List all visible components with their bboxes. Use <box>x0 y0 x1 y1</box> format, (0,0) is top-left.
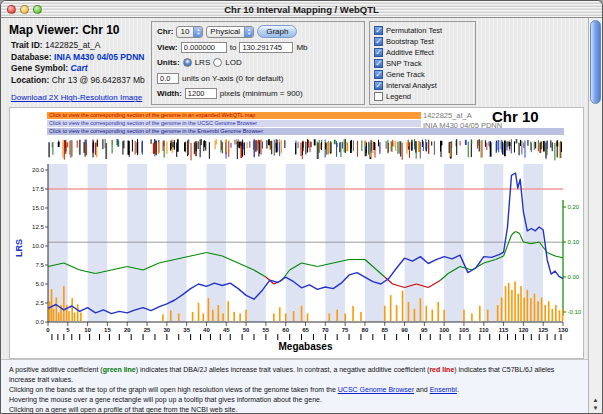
footer-line: Hovering the mouse over a gene rectangle… <box>9 395 580 405</box>
view-to-input[interactable] <box>239 42 293 53</box>
genome-browser-strips: Click to view the corresponding section … <box>47 112 564 136</box>
main-area: Map Viewer: Chr 10 Trait ID: 1422825_at_… <box>1 18 588 413</box>
option-additive-effect[interactable]: ✓Additive Effect <box>374 47 471 58</box>
x-axis-tick-label: 60 <box>282 327 289 333</box>
width-input[interactable] <box>185 88 217 99</box>
chevron-updown-icon: ▴▾ <box>193 27 202 37</box>
x-axis-tick-label: 0 <box>46 327 50 333</box>
option-label: Bootstrap Test <box>386 37 434 46</box>
zoom-button[interactable] <box>33 5 42 14</box>
yaxis-units-input[interactable] <box>157 73 179 84</box>
window-title: Chr 10 Interval Mapping / WebQTL <box>1 4 602 15</box>
x-axis-tick-label: 45 <box>223 327 230 333</box>
trait-info-panel: Trait ID: 1422825_at_A Database: INIA M4… <box>11 40 151 104</box>
x-axis-tick-label: 10 <box>84 327 91 333</box>
marker-ticks <box>52 334 561 340</box>
x-axis-tick-label: 100 <box>439 327 450 333</box>
option-permutation-test[interactable]: ✓Permutation Test <box>374 25 471 36</box>
chevron-updown-icon: ▴▾ <box>244 27 253 37</box>
close-button[interactable] <box>7 5 16 14</box>
options-panel: ✓Permutation Test✓Bootstrap Test✓Additiv… <box>369 21 476 105</box>
strip-expanded-webqtl-map[interactable]: Click to view the corresponding section … <box>47 112 421 119</box>
units-label: Units: <box>157 58 180 67</box>
y-axis-tick-label: 10.0 <box>32 242 45 249</box>
mb-suffix: Mb <box>296 43 307 52</box>
minimize-button[interactable] <box>20 5 29 14</box>
additive-axis-tick-label: 0.00 <box>568 274 580 280</box>
option-snp-track[interactable]: ✓SNP Track <box>374 58 471 69</box>
x-axis-tick-label: 35 <box>183 327 190 333</box>
checked-checkbox-icon[interactable]: ✓ <box>374 48 383 57</box>
location-label: Location: <box>11 75 49 85</box>
view-label: View: <box>157 43 178 52</box>
x-axis-tick-label: 110 <box>479 327 489 333</box>
y-axis-tick-label: 7.5 <box>35 261 44 268</box>
download-image-link[interactable]: Download 2X High-Resolution Image <box>11 92 151 104</box>
chr-label: Chr: <box>157 27 173 36</box>
strip-ucsc-genome-browser[interactable]: Click to view the corresponding section … <box>47 120 421 127</box>
y-axis-tick-label: 5.0 <box>35 280 44 287</box>
x-axis-tick-label: 30 <box>164 327 171 333</box>
additive-axis-tick-label: 0.20 <box>568 204 580 210</box>
x-axis-tick-label: 85 <box>381 327 388 333</box>
additive-axis-tick-label: -0.10 <box>568 309 582 315</box>
gene-symbol-label: Gene Symbol: <box>11 63 68 73</box>
footer-text-part: Clicking on a gene will open a profile o… <box>9 406 237 413</box>
checked-checkbox-icon[interactable]: ✓ <box>374 70 383 79</box>
lrs-axis-label: LRS <box>14 239 24 257</box>
y-axis-tick-label: 2.5 <box>35 299 44 306</box>
units-lod-radio[interactable] <box>213 58 222 67</box>
footer-line: Clicking on the bands at the top of the … <box>9 385 580 395</box>
interval-map-plot[interactable]: 0.02.55.07.510.012.515.017.520.005101520… <box>10 138 585 358</box>
strip-ensembl-genome-browser[interactable]: Click to view the corresponding section … <box>47 128 564 135</box>
footer-line: Clicking on a gene will open a profile o… <box>9 405 580 414</box>
y-axis-tick-label: 17.5 <box>32 185 45 192</box>
database-link[interactable]: INIA M430 04/05 PDNN <box>54 52 144 62</box>
x-axis-tick-label: 5 <box>66 327 70 333</box>
x-axis-tick-label: 90 <box>401 327 408 333</box>
option-bootstrap-test[interactable]: ✓Bootstrap Test <box>374 36 471 47</box>
option-label: Gene Track <box>386 70 425 79</box>
checked-checkbox-icon[interactable]: ✓ <box>374 26 383 35</box>
width-label: Width: <box>157 89 182 98</box>
x-axis-tick-label: 70 <box>322 327 329 333</box>
scroll-down-button[interactable]: ▼ <box>589 404 602 412</box>
yaxis-hint: units on Y-axis (0 for default) <box>182 74 283 83</box>
view-from-input[interactable] <box>181 42 227 53</box>
scrollbar-thumb[interactable] <box>590 20 601 104</box>
option-label: Permutation Test <box>386 26 442 35</box>
vertical-scrollbar[interactable]: ▲ ▼ <box>588 18 602 413</box>
footer-text-part: Hovering the mouse over a gene rectangle… <box>9 396 322 403</box>
x-axis-tick-label: 95 <box>421 327 428 333</box>
units-lrs-label: LRS <box>195 58 211 67</box>
checked-checkbox-icon[interactable]: ✓ <box>374 81 383 90</box>
unchecked-checkbox-icon[interactable] <box>374 92 383 101</box>
checked-checkbox-icon[interactable]: ✓ <box>374 59 383 68</box>
map-space-select[interactable]: Physical ▴▾ <box>206 26 254 38</box>
option-gene-track[interactable]: ✓Gene Track <box>374 69 471 80</box>
scroll-up-button[interactable]: ▲ <box>589 396 602 404</box>
graph-button[interactable]: Graph <box>257 25 297 38</box>
gene-symbol-link[interactable]: Cart <box>71 63 88 73</box>
units-lrs-radio[interactable] <box>183 58 192 67</box>
footer-line: A positive additive coefficient (green l… <box>9 365 580 385</box>
checked-checkbox-icon[interactable]: ✓ <box>374 37 383 46</box>
footer-text-part: red line <box>429 366 454 373</box>
page-title: Map Viewer: Chr 10 <box>9 23 119 37</box>
database-label: Database: <box>11 52 52 62</box>
footer-text-part: ) indicates that DBA/2J alleles increase… <box>136 366 430 373</box>
x-axis-tick-label: 25 <box>144 327 151 333</box>
x-axis-tick-label: 15 <box>104 327 111 333</box>
option-interval-analyst[interactable]: ✓Interval Analyst <box>374 80 471 91</box>
footer-text-part: Clicking on the bands at the top of the … <box>9 386 338 393</box>
option-label: Additive Effect <box>386 48 434 57</box>
x-axis-tick-label: 115 <box>499 327 509 333</box>
scrollbar-arrows: ▲ ▼ <box>589 396 602 412</box>
option-legend[interactable]: Legend <box>374 91 471 102</box>
window-titlebar[interactable]: Chr 10 Interval Mapping / WebQTL <box>1 1 602 18</box>
footer-link[interactable]: UCSC Genome Browser <box>338 386 414 393</box>
option-label: SNP Track <box>386 59 422 68</box>
footer-link[interactable]: Ensembl <box>430 386 457 393</box>
x-axis-tick-label: 55 <box>263 327 270 333</box>
chr-select[interactable]: 10 ▴▾ <box>176 26 203 38</box>
